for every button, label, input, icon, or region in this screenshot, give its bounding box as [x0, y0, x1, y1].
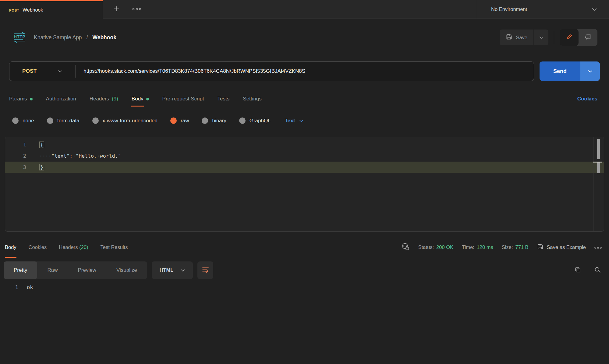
tab-tests-label: Tests	[218, 96, 230, 102]
tab-authorization[interactable]: Authorization	[46, 91, 76, 107]
editor-line-2: 2 ····"text":·"Hello,·world."	[5, 150, 604, 162]
body-dot	[146, 98, 149, 100]
chevron-down-icon	[58, 68, 62, 74]
tab-params[interactable]: Params	[9, 91, 33, 107]
editor-cursor-marker	[597, 163, 600, 173]
radio-x-www-form-urlencoded[interactable]: x-www-form-urlencoded	[92, 117, 158, 124]
request-tab-webhook[interactable]: POST Webhook	[0, 0, 103, 19]
status-pair: Status: 200 OK	[418, 244, 453, 250]
send-options-button[interactable]	[580, 61, 600, 81]
tab-pre-request-script[interactable]: Pre-request Script	[162, 91, 204, 107]
new-tab-button[interactable]	[113, 5, 120, 13]
view-preview[interactable]: Preview	[68, 261, 106, 279]
close-brace: }	[39, 164, 44, 170]
response-header: Body Cookies Headers (20) Test Results	[0, 235, 609, 259]
environment-selector[interactable]: No Environment	[477, 0, 609, 19]
edit-comment-group	[560, 29, 597, 46]
open-brace: {	[39, 142, 44, 148]
send-button[interactable]: Send	[540, 61, 580, 81]
whitespace-dot: ·	[73, 153, 76, 159]
request-tabs: Params Authorization Headers (9) Body Pr…	[0, 91, 609, 107]
save-button-label: Save	[516, 35, 527, 40]
save-icon	[537, 243, 543, 251]
response-line-number: 1	[0, 284, 27, 290]
response-format-select[interactable]: HTML	[152, 261, 193, 279]
view-raw[interactable]: Raw	[37, 261, 68, 279]
network-info-icon[interactable]	[402, 243, 410, 252]
radio-raw[interactable]: raw	[170, 117, 189, 124]
method-label: POST	[22, 68, 37, 74]
request-header: HTTP Knative Sample App / Webhook Sav	[0, 19, 609, 51]
response-tools	[574, 266, 601, 275]
send-split-button: Send	[540, 61, 600, 81]
response-body: 1 ok	[0, 284, 609, 290]
response-body-text: ok	[27, 284, 33, 290]
comment-button[interactable]	[579, 29, 597, 46]
url-input[interactable]: https://hooks.slack.com/services/T06TD83…	[76, 68, 305, 74]
response-tab-test-results[interactable]: Test Results	[101, 235, 128, 259]
response-format-label: HTML	[160, 268, 174, 273]
tab-bar: POST Webhook No Environment	[0, 0, 609, 19]
save-options-button[interactable]	[534, 30, 548, 45]
line-number: 3	[5, 164, 33, 170]
save-button[interactable]: Save	[500, 30, 533, 45]
radio-none[interactable]: none	[12, 117, 34, 124]
tab-headers[interactable]: Headers (9)	[90, 91, 118, 107]
tab-tests[interactable]: Tests	[218, 91, 230, 107]
view-pretty[interactable]: Pretty	[4, 261, 37, 279]
tab-method-badge: POST	[9, 8, 19, 12]
active-tab-underline	[131, 106, 144, 107]
response-options-button[interactable]	[594, 244, 602, 250]
radio-circle	[12, 117, 19, 124]
tab-authorization-label: Authorization	[46, 96, 76, 102]
cookies-link[interactable]: Cookies	[577, 91, 597, 107]
breadcrumb-request-name[interactable]: Webhook	[92, 34, 116, 41]
search-icon[interactable]	[594, 266, 601, 275]
view-mode-segments: Pretty Raw Preview Visualize	[4, 261, 147, 279]
radio-binary[interactable]: binary	[202, 117, 226, 124]
response-tabs: Body Cookies Headers (20) Test Results	[5, 235, 128, 259]
radio-graphql-label: GraphQL	[250, 118, 271, 124]
editor-scrollbar-thumb[interactable]	[597, 139, 600, 159]
tab-headers-label: Headers	[90, 96, 109, 102]
chevron-down-icon	[592, 7, 597, 12]
request-url-row: POST https://hooks.slack.com/services/T0…	[0, 61, 609, 81]
editor-line-1: 1 {	[5, 139, 604, 150]
tab-body[interactable]: Body	[132, 91, 149, 107]
breadcrumb-collection[interactable]: Knative Sample App	[34, 34, 82, 41]
response-tab-body[interactable]: Body	[5, 235, 16, 259]
json-key: "text":	[51, 153, 73, 159]
tab-title: Webhook	[23, 7, 43, 13]
whitespace-dots: ····	[39, 153, 51, 159]
response-tab-body-label: Body	[5, 244, 16, 250]
radio-graphql[interactable]: GraphQL	[239, 117, 271, 124]
response-tab-headers[interactable]: Headers (20)	[59, 235, 88, 259]
wrap-text-button[interactable]	[197, 261, 213, 279]
tab-settings[interactable]: Settings	[243, 91, 261, 107]
request-body-editor[interactable]: 1 { 2 ····"text":·"Hello,·world." 3 }	[5, 137, 604, 232]
response-tab-cookies-label: Cookies	[29, 244, 47, 250]
comment-icon	[585, 33, 592, 42]
time-pair: Time: 120 ms	[462, 244, 493, 250]
whitespace-dot: ·	[97, 153, 100, 159]
radio-circle	[92, 117, 99, 124]
editor-line-3-content: }	[33, 164, 44, 170]
response-tab-cookies[interactable]: Cookies	[29, 235, 47, 259]
view-visualize[interactable]: Visualize	[106, 261, 147, 279]
copy-icon[interactable]	[574, 266, 581, 275]
raw-format-select[interactable]: Text	[285, 118, 304, 124]
wrap-text-icon	[202, 267, 209, 274]
edit-request-button[interactable]	[560, 29, 579, 46]
method-select[interactable]: POST	[9, 68, 75, 74]
tab-options-button[interactable]	[132, 7, 141, 12]
json-value: world."	[100, 153, 121, 159]
editor-line-2-content: ····"text":·"Hello,·world."	[33, 153, 121, 159]
tab-strip	[103, 0, 477, 19]
header-actions: Save	[500, 29, 597, 46]
time-label: Time:	[462, 244, 474, 250]
radio-circle-selected	[170, 117, 177, 124]
radio-form-data[interactable]: form-data	[47, 117, 80, 124]
radio-circle	[239, 117, 246, 124]
save-as-example-button[interactable]: Save as Example	[537, 243, 586, 251]
editor-line-1-content: {	[33, 142, 44, 148]
